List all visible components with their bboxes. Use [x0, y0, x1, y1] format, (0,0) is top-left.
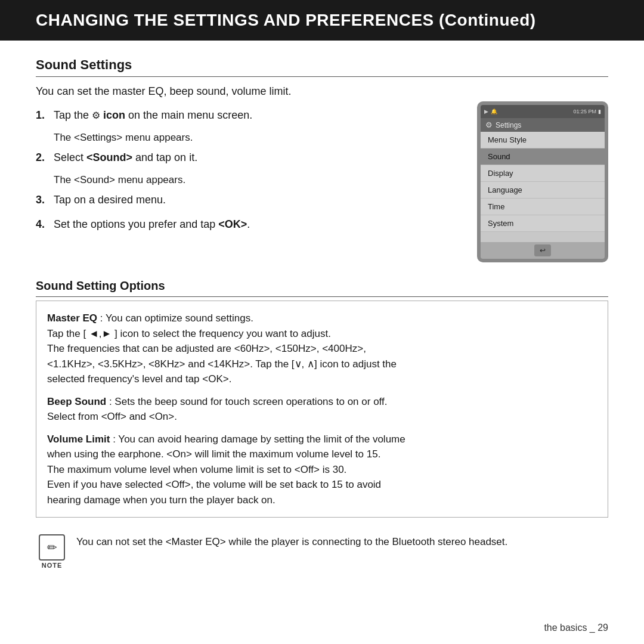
step-1: 1. Tap the ⚙ icon on the main menu scree…: [36, 107, 465, 123]
header-title: CHANGING THE SETTINGS AND PREFERENCES (C…: [36, 11, 536, 29]
step-2-subtext: The <Sound> menu appears.: [54, 174, 465, 186]
step-3-text: Tap on a desired menu.: [54, 192, 465, 208]
device-menu-item-5[interactable]: System: [481, 215, 605, 232]
note-icon-wrapper: ✏ NOTE: [36, 534, 68, 569]
master-eq-title: Master EQ: [47, 312, 97, 324]
device-top-bar: ▶ 🔔 01:25 PM ▮: [481, 105, 605, 118]
battery-icon: ▮: [598, 109, 601, 114]
intro-text: You can set the master EQ, beep sound, v…: [36, 85, 608, 98]
step-3: 3. Tap on a desired menu.: [36, 192, 465, 208]
master-eq-option: Master EQ : You can optimize sound setti…: [47, 311, 597, 387]
device-menu-item-1[interactable]: Sound: [481, 148, 605, 165]
device-inner: ▶ 🔔 01:25 PM ▮ ⚙ Settings Menu Style Sou…: [481, 105, 605, 259]
volume-limit-title: Volume Limit: [47, 434, 110, 445]
step-2: 2. Select <Sound> and tap on it.: [36, 150, 465, 166]
step-2-text: Select <Sound> and tap on it.: [54, 150, 465, 166]
device-screenshot: ▶ 🔔 01:25 PM ▮ ⚙ Settings Menu Style Sou…: [477, 101, 608, 262]
sound-settings-heading: Sound Settings: [36, 57, 608, 77]
options-box: Master EQ : You can optimize sound setti…: [36, 301, 608, 518]
step-3-number: 3.: [36, 192, 54, 208]
note-label: NOTE: [42, 562, 63, 569]
note-text: You can not set the <Master EQ> while th…: [76, 534, 507, 550]
options-heading: Sound Setting Options: [36, 279, 608, 297]
beep-sound-title: Beep Sound: [47, 396, 106, 407]
volume-limit-option: Volume Limit : You can avoid hearing dam…: [47, 432, 597, 508]
device-menu-item-4[interactable]: Time: [481, 199, 605, 215]
device-gear-icon: ⚙: [485, 120, 493, 129]
page-container: CHANGING THE SETTINGS AND PREFERENCES (C…: [0, 0, 644, 644]
note-icon: ✏: [39, 534, 65, 561]
device-menu-item-2[interactable]: Display: [481, 165, 605, 182]
play-icon: ▶: [484, 109, 488, 114]
beep-sound-option: Beep Sound : Sets the beep sound for tou…: [47, 394, 597, 425]
speaker-icon: 🔔: [491, 109, 497, 114]
steps-area: 1. Tap the ⚙ icon on the main menu scree…: [36, 107, 608, 262]
steps-content: 1. Tap the ⚙ icon on the main menu scree…: [36, 107, 465, 262]
note-box: ✏ NOTE You can not set the <Master EQ> w…: [36, 528, 608, 569]
step-4-text: Set the options you prefer and tap <OK>.: [54, 216, 465, 233]
gear-icon: ⚙: [92, 110, 100, 120]
master-eq-text: : You can optimize sound settings. Tap t…: [47, 312, 397, 385]
device-time: 01:25 PM: [573, 109, 596, 114]
step-4-number: 4.: [36, 216, 54, 233]
step-1-subtext: The <Settings> menu appears.: [54, 132, 465, 144]
device-top-left: ▶ 🔔: [484, 109, 497, 114]
options-section: Sound Setting Options Master EQ : You ca…: [36, 279, 608, 518]
back-arrow-icon: ↩: [540, 246, 546, 255]
page-footer: the basics _ 29: [544, 623, 608, 633]
pencil-icon: ✏: [47, 540, 57, 555]
step-4: 4. Set the options you prefer and tap <O…: [36, 216, 465, 233]
device-header-row: ⚙ Settings: [481, 118, 605, 132]
step-1-text: Tap the ⚙ icon on the main menu screen.: [54, 107, 465, 123]
header-bar: CHANGING THE SETTINGS AND PREFERENCES (C…: [0, 0, 644, 41]
device-top-right: 01:25 PM ▮: [573, 109, 601, 114]
device-menu-item-3[interactable]: Language: [481, 182, 605, 199]
device-header-title: Settings: [496, 121, 521, 129]
step-2-number: 2.: [36, 150, 54, 166]
device-bottom-bar: ↩: [481, 242, 605, 259]
back-button[interactable]: ↩: [534, 244, 551, 256]
step-1-number: 1.: [36, 107, 54, 123]
device-menu-item-0[interactable]: Menu Style: [481, 132, 605, 148]
